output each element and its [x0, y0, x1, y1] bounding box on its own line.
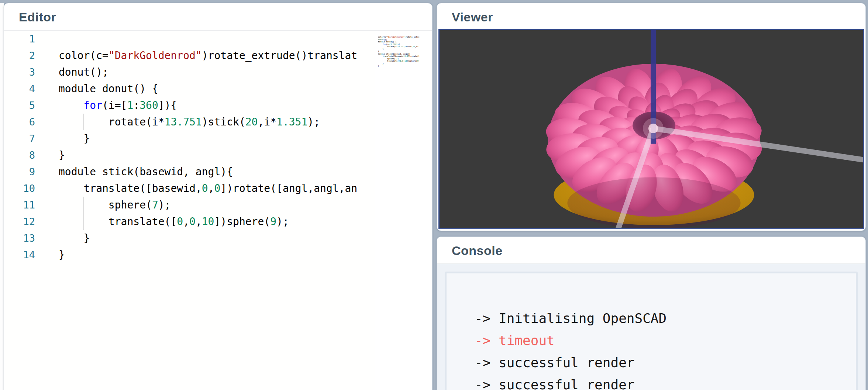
code-line[interactable]: 5 for(i=[1:360]){	[4, 97, 375, 114]
indent-guide	[83, 213, 84, 230]
code-line[interactable]: 13 }	[4, 230, 375, 246]
code-token: )stick(	[202, 116, 245, 128]
code-line-text: }	[35, 147, 375, 163]
line-number: 5	[4, 97, 35, 114]
code-line[interactable]: 14}	[4, 246, 375, 263]
code-line[interactable]: 1	[4, 31, 375, 47]
code-token: translate([	[59, 215, 177, 228]
code-token: 7	[152, 199, 158, 211]
openscad-playground: { "colors": { "page_background": "#a7b4c…	[0, 0, 868, 390]
line-number: 14	[4, 246, 35, 263]
line-number: 1	[4, 31, 35, 47]
code-line-text: sphere(7);	[35, 197, 375, 213]
code-token: );	[307, 116, 320, 128]
indent-guide	[59, 114, 59, 130]
indent-guide	[83, 114, 84, 130]
code-token: 13.751	[165, 116, 202, 128]
code-token: 0	[214, 182, 220, 194]
code-line[interactable]: 10 translate([basewid,0,0])rotate([angl,…	[4, 180, 375, 197]
minimap[interactable]: color(c="DarkGoldenrod")rotate_extrude()…	[375, 31, 432, 390]
3d-render	[440, 30, 863, 228]
line-number: 11	[4, 197, 35, 213]
minimap-separator	[418, 31, 418, 390]
code-token: }	[59, 232, 90, 244]
code-token: }	[59, 249, 65, 261]
code-token: );	[276, 215, 289, 228]
code-token: :	[133, 99, 140, 111]
code-token: 9	[270, 215, 276, 228]
code-line[interactable]: 3donut();	[4, 64, 375, 80]
code-token: );	[158, 199, 171, 211]
viewer-panel: Viewer	[437, 3, 866, 231]
code-line-text: translate([basewid,0,0])rotate([angl,ang…	[35, 180, 375, 197]
console-line: -> timeout	[475, 329, 828, 352]
line-number: 4	[4, 80, 35, 97]
editor-title: Editor	[4, 3, 432, 30]
line-number: 13	[4, 230, 35, 246]
line-number: 9	[4, 163, 35, 180]
code-token: 1.351	[276, 116, 307, 128]
code-token: ,	[183, 215, 189, 228]
origin-glow	[643, 118, 664, 139]
console-output[interactable]: -> Initialising OpenSCAD-> timeout-> suc…	[445, 272, 858, 390]
code-token: ])sphere(	[214, 215, 270, 228]
code-token: ])rotate([angl,angl,an	[220, 182, 357, 194]
code-token: translate([basewid,	[59, 182, 202, 194]
code-line-text: color(c="DarkGoldenrod")rotate_extrude()…	[35, 47, 375, 64]
code-token	[59, 99, 83, 111]
minimap-code: color(c="DarkGoldenrod")rotate_extrude()…	[378, 34, 419, 110]
line-number: 7	[4, 130, 35, 147]
code-token: color(c=	[59, 49, 108, 62]
code-line-text: module stick(basewid, angl){	[35, 163, 375, 180]
code-line-text: module donut() {	[35, 80, 375, 97]
code-line[interactable]: 4module donut() {	[4, 80, 375, 97]
code-line-text: for(i=[1:360]){	[35, 97, 375, 114]
code-line[interactable]: 9module stick(basewid, angl){	[4, 163, 375, 180]
indent-guide	[59, 130, 59, 147]
indent-guide	[59, 213, 59, 230]
console-panel: Console -> Initialising OpenSCAD-> timeo…	[437, 237, 866, 390]
code-token: )rotate_extrude()translat	[202, 49, 357, 62]
code-line[interactable]: 7 }	[4, 130, 375, 147]
viewer-title: Viewer	[437, 3, 865, 30]
code-token: 360	[140, 99, 158, 111]
viewer-canvas[interactable]	[438, 29, 864, 229]
code-line[interactable]: 11 sphere(7);	[4, 197, 375, 213]
code-line-text: }	[35, 246, 375, 263]
code-line-text	[35, 31, 375, 47]
code-token: 0	[177, 215, 183, 228]
code-token: rotate(i*	[59, 116, 165, 128]
line-number: 3	[4, 64, 35, 80]
code-line-text: donut();	[35, 64, 375, 80]
code-line-text: rotate(i*13.751)stick(20,i*1.351);	[35, 114, 375, 130]
code-token: for	[83, 99, 102, 111]
code-token: sphere(	[59, 199, 152, 211]
code-line[interactable]: 2color(c="DarkGoldenrod")rotate_extrude(…	[4, 47, 375, 64]
editor-panel: Editor 12color(c="DarkGoldenrod")rotate_…	[4, 3, 433, 390]
line-number: 10	[4, 180, 35, 197]
console-body: -> Initialising OpenSCAD-> timeout-> suc…	[437, 264, 865, 390]
indent-guide	[59, 97, 59, 114]
code-line[interactable]: 6 rotate(i*13.751)stick(20,i*1.351);	[4, 114, 375, 130]
line-number: 2	[4, 47, 35, 64]
code-line-text: }	[35, 130, 375, 147]
code-token: module donut() {	[59, 83, 158, 95]
page-left-margin	[0, 3, 4, 390]
code-line[interactable]: 12 translate([0,0,10])sphere(9);	[4, 213, 375, 230]
line-number: 8	[4, 147, 35, 163]
code-line-text: translate([0,0,10])sphere(9);	[35, 213, 375, 230]
code-token: 0	[189, 215, 196, 228]
indent-guide	[59, 197, 59, 213]
code-token: 10	[202, 215, 214, 228]
code-line-text: }	[35, 230, 375, 246]
minimap-line: rotate(i*13.751)stick(20,i*1.351);	[378, 46, 419, 48]
code-editor[interactable]: 12color(c="DarkGoldenrod")rotate_extrude…	[4, 31, 375, 390]
code-token: module stick(basewid, angl){	[59, 166, 233, 178]
minimap-line: }	[378, 65, 419, 68]
indent-guide	[59, 230, 59, 246]
console-line: -> successful render	[475, 374, 828, 390]
console-line: -> Initialising OpenSCAD	[475, 307, 828, 329]
console-line: -> successful render	[475, 352, 828, 374]
code-line[interactable]: 8}	[4, 147, 375, 163]
minimap-line: translate([0,0,10])sphere(9);	[378, 60, 419, 63]
